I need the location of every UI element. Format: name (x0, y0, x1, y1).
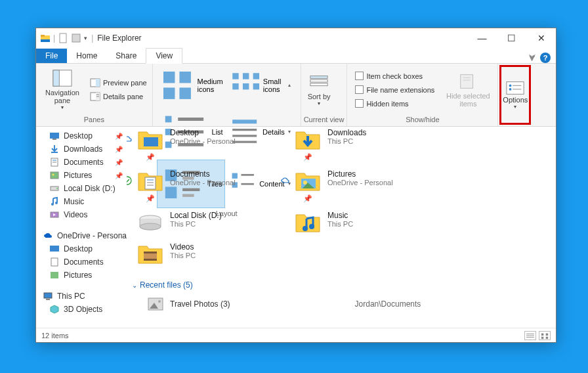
svg-rect-53 (461, 74, 473, 88)
file-name-extensions-toggle[interactable]: File name extensions (352, 84, 437, 95)
options-button[interactable]: Options ▾ (499, 65, 531, 125)
recent-file-item[interactable]: Travel Photos (3)Jordan\Documents (132, 295, 551, 313)
pin-icon: 📌 (303, 194, 312, 203)
tile-item[interactable]: VideosThis PC (132, 241, 278, 267)
status-bar: 12 items (36, 328, 556, 342)
tile-item[interactable]: MusicThis PC (289, 209, 435, 236)
collapse-ribbon-icon[interactable]: ⮟ (528, 53, 536, 62)
svg-rect-56 (507, 82, 524, 95)
recent-files-header[interactable]: ⌄ Recent files (5) (132, 280, 551, 290)
ribbon-group-current-view: Sort by ▾ Current view (301, 64, 348, 126)
layout-scroll-up-icon[interactable]: ▴ (288, 82, 291, 88)
onedrive-icon (43, 230, 53, 241)
nav-music[interactable]: Music (36, 195, 127, 208)
item-check-boxes-toggle[interactable]: Item check boxes (352, 70, 437, 81)
details-view-button[interactable] (524, 331, 536, 340)
nav-documents[interactable]: Documents📌 (36, 156, 127, 169)
nav-onedrive-pictures[interactable]: Pictures (36, 269, 127, 282)
svg-rect-13 (163, 72, 175, 83)
tab-home[interactable]: Home (67, 49, 106, 63)
window-title: File Explorer (97, 33, 141, 43)
downloads-icon (49, 144, 60, 154)
content-area[interactable]: 📌DesktopOneDrive - Personal📌DownloadsThi… (127, 127, 556, 328)
this-pc-icon (43, 291, 53, 301)
svg-rect-1 (41, 35, 45, 37)
properties-qat-icon[interactable] (71, 33, 81, 43)
tile-item[interactable]: 📌DownloadsThis PC (289, 127, 435, 163)
navigation-pane[interactable]: Desktop📌 Downloads📌 Documents📌 Pictures📌… (36, 127, 127, 328)
nav-onedrive-documents[interactable]: Documents (36, 255, 127, 269)
chevron-down-icon: ▾ (514, 104, 516, 110)
nav-this-pc[interactable]: This PC (36, 290, 127, 303)
recent-files-list: Travel Photos (3)Jordan\Documents (132, 295, 551, 313)
svg-rect-76 (51, 258, 58, 266)
nav-3d-objects[interactable]: 3D Objects (36, 303, 127, 316)
pin-icon: 📌 (146, 194, 155, 203)
large-icons-view-button[interactable] (539, 331, 551, 340)
pin-icon: 📌 (146, 153, 155, 162)
svg-rect-62 (52, 139, 56, 140)
sort-by-button[interactable]: Sort by ▾ (304, 65, 335, 114)
tile-location: This PC (170, 252, 196, 259)
svg-rect-23 (165, 116, 171, 122)
qat-dropdown-icon[interactable]: ▾ (84, 35, 87, 41)
close-button[interactable]: ✕ (526, 28, 556, 48)
nav-videos[interactable]: Videos (36, 208, 127, 221)
document-qat-icon[interactable] (58, 33, 68, 43)
titlebar[interactable]: | ▾ | File Explorer — ☐ ✕ (36, 28, 556, 48)
nav-downloads[interactable]: Downloads📌 (36, 143, 127, 156)
preview-pane-icon (90, 77, 100, 88)
nav-desktop[interactable]: Desktop📌 (36, 129, 127, 143)
hidden-items-toggle[interactable]: Hidden items (352, 98, 437, 109)
tile-item[interactable]: 📌PicturesOneDrive - Personal (289, 168, 435, 204)
tile-item[interactable]: Local Disk (D:)This PC (132, 209, 278, 236)
tab-share[interactable]: Share (106, 49, 146, 63)
navigation-pane-button[interactable]: Navigation pane ▾ (39, 65, 86, 114)
svg-rect-79 (46, 299, 50, 300)
svg-point-68 (52, 174, 54, 176)
tile-item[interactable]: 📌DesktopOneDrive - Personal (132, 127, 278, 163)
tab-file[interactable]: File (36, 49, 67, 63)
pin-icon: 📌 (115, 133, 123, 140)
svg-rect-77 (51, 272, 58, 278)
svg-rect-83 (145, 177, 156, 189)
tile-name: Desktop (170, 128, 236, 137)
ribbon: Navigation pane ▾ Preview pane Details p… (36, 64, 556, 127)
svg-rect-2 (41, 39, 50, 42)
tile-location: This PC (327, 137, 366, 145)
svg-rect-16 (179, 87, 190, 99)
maximize-button[interactable]: ☐ (497, 28, 526, 48)
svg-rect-14 (179, 72, 190, 83)
hide-selected-items-button[interactable]: Hide selected items (441, 65, 495, 114)
preview-pane-button[interactable]: Preview pane (87, 76, 150, 89)
pictures-icon (49, 170, 60, 181)
minimize-button[interactable]: — (467, 28, 497, 48)
nav-pictures[interactable]: Pictures📌 (36, 169, 127, 182)
checkbox-icon (355, 85, 364, 94)
svg-rect-15 (163, 87, 175, 99)
chevron-down-icon: ▾ (318, 100, 320, 106)
svg-rect-18 (243, 73, 249, 79)
help-icon[interactable]: ? (540, 53, 551, 63)
layout-small-icons[interactable]: Small icons (226, 66, 287, 104)
sort-icon (309, 73, 329, 91)
pin-icon: 📌 (115, 146, 123, 153)
svg-point-99 (158, 300, 161, 303)
svg-rect-105 (541, 336, 543, 338)
svg-rect-104 (546, 333, 548, 335)
ribbon-group-panes: Navigation pane ▾ Preview pane Details p… (36, 64, 153, 126)
tab-view[interactable]: View (146, 48, 182, 64)
nav-onedrive[interactable]: OneDrive - Personal (36, 229, 127, 242)
tile-location: OneDrive - Personal (327, 179, 393, 186)
nav-onedrive-desktop[interactable]: Desktop (36, 242, 127, 255)
layout-medium-icons[interactable]: Medium icons (157, 66, 225, 104)
tile-item[interactable]: 📌DocumentsOneDrive - Personal (132, 168, 278, 204)
tile-location: This PC (170, 220, 222, 228)
svg-rect-106 (546, 336, 548, 338)
svg-rect-95 (144, 252, 157, 253)
svg-rect-17 (232, 73, 238, 79)
pictures-icon (49, 270, 60, 280)
svg-rect-45 (310, 83, 327, 86)
details-pane-button[interactable]: Details pane (87, 90, 150, 103)
nav-local-disk[interactable]: Local Disk (D:) (36, 182, 127, 195)
